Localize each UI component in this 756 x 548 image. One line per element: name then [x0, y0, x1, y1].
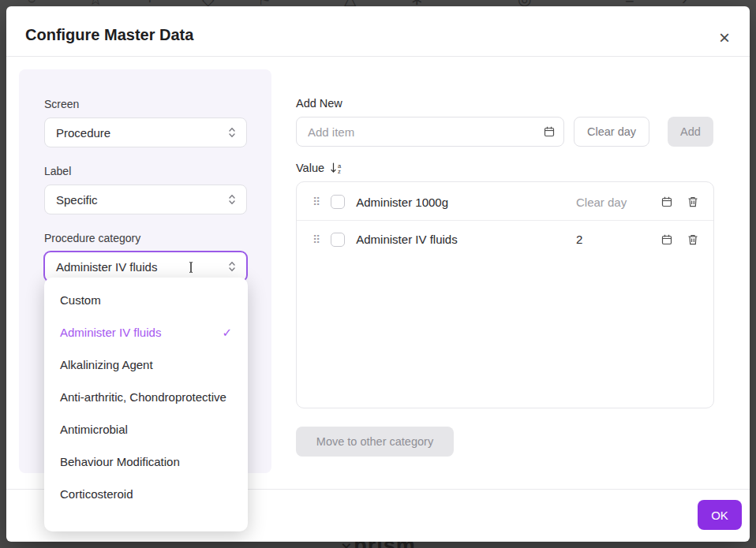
drag-handle-icon[interactable]: ⠿	[313, 196, 320, 208]
dropdown-option-custom[interactable]: Custom	[44, 284, 248, 316]
select-chevron-icon	[228, 126, 236, 139]
screen-label: Screen	[44, 98, 247, 110]
ok-button[interactable]: OK	[698, 500, 742, 530]
dropdown-option-antimicrobial[interactable]: Antimicrobial	[44, 413, 248, 445]
dialog-title: Configure Master Data	[25, 26, 193, 44]
procedure-category-dropdown-menu: Custom Administer IV fluids ✓ Alkalinizi…	[44, 278, 248, 531]
background-toolbar-icon: ◇	[202, 0, 214, 6]
value-label: Value	[296, 162, 324, 174]
screen-field: Screen Procedure	[44, 98, 247, 147]
item-name: Administer IV fluids	[356, 233, 576, 246]
text-cursor-icon	[187, 261, 195, 276]
dropdown-option-anti-arthritic[interactable]: Anti-arthritic, Chondroprotective	[44, 381, 248, 413]
add-item-input-wrap	[296, 117, 564, 147]
option-label: Anti-arthritic, Chondroprotective	[60, 389, 226, 405]
background-toolbar-icon: ◎	[518, 0, 531, 6]
sort-az-icon[interactable]: az	[330, 162, 343, 174]
item-name: Administer 1000g	[356, 196, 576, 209]
select-chevron-icon	[228, 193, 236, 206]
background-toolbar-icon: ⚑	[257, 0, 271, 6]
delete-icon[interactable]	[687, 233, 699, 246]
add-button[interactable]: Add	[668, 117, 713, 147]
clear-day-icon[interactable]	[661, 233, 673, 246]
clear-day-icon[interactable]	[661, 196, 673, 208]
configure-master-data-modal: Configure Master Data × Screen Procedure…	[6, 6, 750, 542]
procedure-category-label: Procedure category	[44, 232, 247, 244]
select-chevron-icon	[228, 260, 236, 273]
delete-icon[interactable]	[687, 196, 699, 208]
svg-text:z: z	[338, 168, 341, 174]
clear-day-button[interactable]: Clear day	[574, 117, 649, 147]
brand-logo: prism	[354, 541, 416, 548]
dropdown-option-alkalinizing-agent[interactable]: Alkalinizing Agent	[44, 349, 248, 381]
dropdown-option-corticosteroid[interactable]: Corticosteroid	[44, 478, 248, 510]
procedure-category-select-value: Administer IV fluids	[56, 260, 157, 274]
background-toolbar-icon: △	[344, 0, 356, 6]
close-button[interactable]: ×	[712, 25, 737, 50]
option-label: Antimicrobial	[60, 421, 128, 438]
background-toolbar-icon: ☆	[88, 0, 103, 6]
value-list-item: ⠿ Administer IV fluids 2	[297, 221, 713, 258]
clear-day-icon[interactable]	[543, 125, 556, 138]
value-list: ⠿ Administer 1000g Clear day ⠿ Administe…	[296, 181, 714, 408]
label-label: Label	[44, 165, 247, 177]
option-label: Custom	[60, 292, 101, 308]
label-select[interactable]: Specific	[44, 185, 247, 214]
header-divider	[6, 56, 750, 57]
dropdown-option-behaviour-modification[interactable]: Behaviour Modification	[44, 445, 248, 478]
item-value[interactable]: 2	[576, 233, 647, 246]
label-select-value: Specific	[56, 193, 98, 207]
add-item-input[interactable]	[296, 117, 564, 147]
screen-select-value: Procedure	[56, 126, 110, 140]
brand-mark-icon: ✕	[340, 541, 352, 548]
option-label: Behaviour Modification	[60, 453, 180, 470]
background-toolbar-icon: ○	[27, 0, 36, 6]
option-label: Administer IV fluids	[60, 324, 161, 341]
option-label: Alkalinizing Agent	[60, 356, 153, 373]
move-to-other-category-button[interactable]: Move to other category	[296, 427, 454, 457]
background-page-top: ○ ☆ + ◇ ⚑ △ ∗ ◎ ≡ ›	[0, 0, 756, 6]
item-checkbox[interactable]	[331, 195, 345, 209]
background-toolbar-icon: ∗	[410, 0, 424, 6]
add-new-label: Add New	[296, 97, 342, 110]
screen-select[interactable]: Procedure	[44, 117, 247, 147]
label-field: Label Specific	[44, 165, 247, 214]
value-list-item: ⠿ Administer 1000g Clear day	[297, 184, 713, 221]
item-value[interactable]: Clear day	[576, 196, 647, 209]
background-toolbar-icon: +	[145, 0, 155, 6]
check-icon: ✓	[222, 324, 232, 341]
background-toolbar-icon: ≡	[625, 0, 634, 6]
item-checkbox[interactable]	[331, 233, 345, 247]
value-header: Value az	[296, 162, 343, 174]
dropdown-option-administer-iv-fluids[interactable]: Administer IV fluids ✓	[44, 316, 248, 349]
background-toolbar-icon: ›	[682, 0, 687, 6]
drag-handle-icon[interactable]: ⠿	[313, 233, 320, 246]
option-label: Corticosteroid	[60, 486, 133, 502]
background-page-bottom: ✕prism	[0, 541, 756, 548]
procedure-category-field: Procedure category Administer IV fluids	[44, 232, 247, 281]
